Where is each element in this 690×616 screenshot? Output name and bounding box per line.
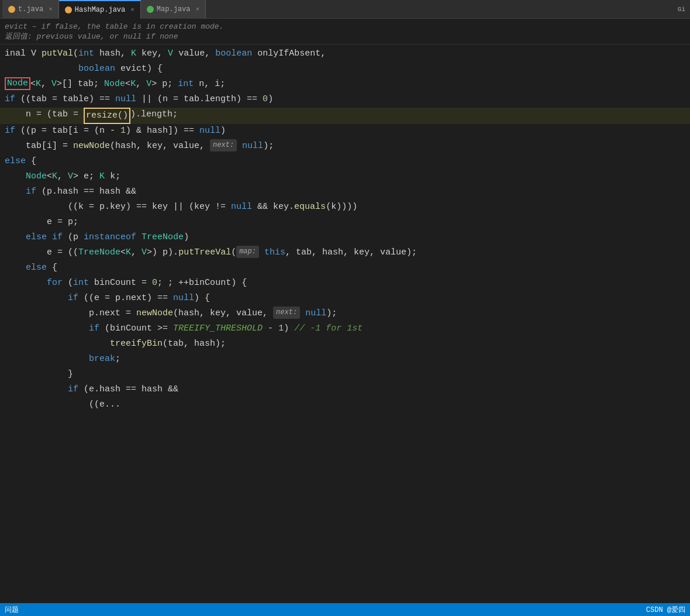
kw-if7: if <box>68 383 78 397</box>
code-line-11: ((k = p.key) == key || (key != null && k… <box>0 200 690 215</box>
code-text: n = (tab = <box>5 108 84 122</box>
type-V4: V <box>68 170 73 184</box>
code-line-6: if ((p = tab[i = (n - 1) & hash]) == nul… <box>0 124 690 139</box>
code-text: , <box>57 170 68 184</box>
fn-equals: equals <box>294 200 326 214</box>
kw-this: this <box>264 246 285 260</box>
fn-newnode2: newNode <box>136 307 173 321</box>
tab-hashmap-java[interactable]: HashMap.java × <box>59 0 141 19</box>
code-text: >[] tab; <box>57 77 104 91</box>
code-text: () <box>118 111 128 121</box>
type-K6: K <box>126 246 131 260</box>
tab-t-java[interactable]: t.java × <box>2 0 59 19</box>
code-line-10: if (p.hash == hash && <box>0 185 690 200</box>
code-line-1: inal V putVal(int hash, K key, V value, … <box>0 47 690 62</box>
type-K5: K <box>99 170 105 184</box>
num-0: 0 <box>263 92 268 106</box>
code-text <box>5 337 110 351</box>
code-text: (p <box>63 230 84 245</box>
param-hint-next1: next: <box>210 139 237 152</box>
code-text: { <box>47 261 57 275</box>
tab-icon-hashmap <box>65 6 72 13</box>
code-text: ) <box>284 322 294 336</box>
code-text: ); <box>263 139 274 153</box>
code-text: hash, <box>94 47 131 61</box>
type-K3: K <box>130 77 136 91</box>
code-text: onlyIfAbsent, <box>252 47 326 61</box>
kw-boolean: boolean <box>215 47 252 61</box>
doc-header: evict – if false, the table is in creati… <box>0 19 690 44</box>
code-line-24: ((e... <box>0 398 690 413</box>
code-text: ((tab = table) == <box>15 92 115 106</box>
code-text: || (n = tab.length) == <box>136 92 263 106</box>
code-text: ); <box>326 307 337 321</box>
tab-close-hashmap[interactable]: × <box>130 6 134 13</box>
type-K4: K <box>52 170 57 184</box>
code-line-16: for (int binCount = 0; ; ++binCount) { <box>0 276 690 291</box>
code-editor[interactable]: inal V putVal(int hash, K key, V value, … <box>0 44 690 415</box>
tab-map-java[interactable]: Map.java × <box>141 0 206 19</box>
type-K2: K <box>36 77 41 91</box>
code-text: n, i; <box>194 77 225 91</box>
code-text: ; <box>115 352 120 366</box>
code-text <box>237 139 242 153</box>
kw-null2: null <box>199 124 220 138</box>
code-text: ( <box>63 276 73 290</box>
const-treeify: TREEIFY_THRESHOLD <box>173 322 263 336</box>
code-text: ) <box>220 124 226 138</box>
kw-null6: null <box>305 307 326 321</box>
code-text: && key. <box>252 200 294 214</box>
code-text: k; <box>105 170 120 184</box>
code-text: { <box>26 154 36 168</box>
fn-puttreeval: putTreeVal <box>178 246 231 260</box>
type-node2: Node <box>104 77 125 91</box>
code-text <box>47 230 52 245</box>
code-text: < <box>120 246 126 260</box>
tab-label-t-java: t.java <box>18 5 43 13</box>
code-text <box>5 261 26 275</box>
code-text: inal V <box>5 47 42 61</box>
param-hint-map: map: <box>236 246 259 258</box>
type-V6: V <box>142 246 147 260</box>
num-0-2: 0 <box>152 276 157 290</box>
kw-int3: int <box>73 276 89 290</box>
code-text <box>5 185 26 199</box>
code-text <box>5 276 47 290</box>
code-text <box>5 322 89 336</box>
code-text <box>5 291 68 305</box>
kw-else: else <box>5 154 26 168</box>
code-line-23: if (e.hash == hash && <box>0 383 690 398</box>
code-line-19: if (binCount >= TREEIFY_THRESHOLD - 1) /… <box>0 322 690 337</box>
code-text: e = p; <box>5 215 78 229</box>
code-text: (e.hash == hash && <box>78 383 178 397</box>
code-text: evict) { <box>115 62 163 76</box>
tab-close-t-java[interactable]: × <box>49 6 53 13</box>
code-text: ((k = p.key) == key || (key != <box>5 200 231 214</box>
code-text: > e; <box>73 170 99 184</box>
code-line-2: boolean evict) { <box>0 62 690 77</box>
code-text: (binCount >= <box>99 322 173 336</box>
tab-label-hashmap: HashMap.java <box>75 6 125 14</box>
kw-boolean2: boolean <box>78 62 115 76</box>
kw-int: int <box>78 47 94 61</box>
tab-bar-right-label: Gi <box>678 6 690 13</box>
kw-null4: null <box>231 200 252 214</box>
code-text: , <box>131 246 142 260</box>
code-text: (hash, key, value, <box>173 307 273 321</box>
type-node: Node <box>7 78 28 88</box>
kw-else2: else <box>26 230 47 245</box>
code-line-3: Node<K, V>[] tab; Node<K, V> p; int n, i… <box>0 77 690 92</box>
type-V2: V <box>51 77 57 91</box>
kw-null5: null <box>173 291 194 305</box>
kw-if: if <box>5 92 15 106</box>
fn-newnode: newNode <box>73 139 110 153</box>
resize-highlight-box: resize() <box>84 108 130 124</box>
code-text: ( <box>231 246 236 260</box>
code-line-7: tab[i] = newNode(hash, key, value, next:… <box>0 139 690 154</box>
tab-close-map[interactable]: × <box>195 6 199 13</box>
kw-break: break <box>89 352 115 366</box>
code-text: , <box>41 77 51 91</box>
kw-int2: int <box>178 77 194 91</box>
code-text: ) & hash]) == <box>126 124 199 138</box>
num-1: 1 <box>120 124 126 138</box>
